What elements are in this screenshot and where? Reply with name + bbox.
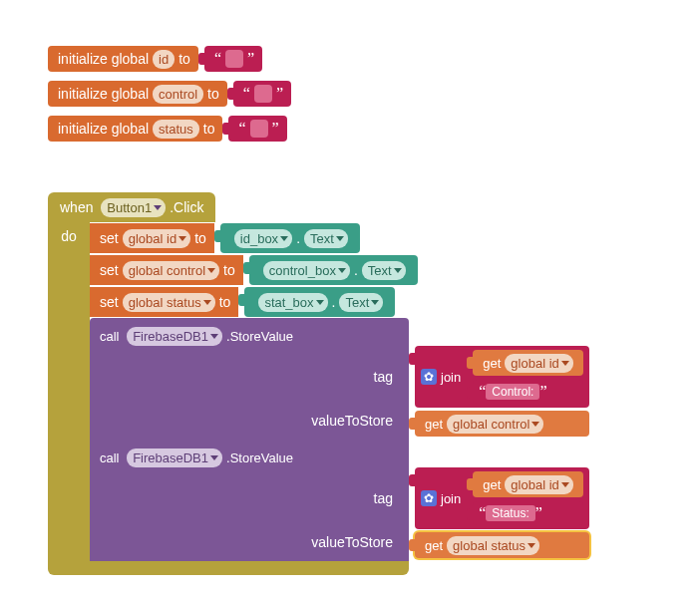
close-quote: ” — [247, 50, 254, 68]
join-block[interactable]: ✿ join get global id “ Control: ” — [415, 346, 589, 408]
component-property-block[interactable]: stat_box . Text — [244, 287, 395, 317]
when-inner: set global id to id_box . Text set globa… — [90, 222, 589, 561]
call-attachments: ✿ join get global id “ Control: ” — [409, 346, 589, 437]
property-dropdown[interactable]: Text — [339, 293, 383, 312]
open-quote: “ — [214, 50, 221, 68]
string-slot[interactable] — [225, 50, 243, 68]
string-literal-block[interactable]: “ ” — [228, 116, 286, 142]
join-keyword: join — [441, 370, 461, 385]
to-keyword: to — [203, 121, 215, 137]
do-keyword: do — [61, 228, 77, 244]
string-literal-block[interactable]: “ Status: ” — [473, 501, 583, 525]
component-dropdown[interactable]: FirebaseDB1 — [127, 327, 222, 346]
init-global-block[interactable]: initialize global id to “ ” — [48, 46, 291, 72]
call-attachments: ✿ join get global id “ Status: ” — [409, 467, 589, 558]
join-block[interactable]: ✿ join get global id “ Status: ” — [415, 467, 589, 529]
get-variable-block[interactable]: get global status — [415, 532, 589, 558]
string-slot[interactable] — [254, 85, 272, 103]
get-var-dropdown[interactable]: global id — [505, 475, 572, 494]
set-variable-row[interactable]: set global id to id_box . Text — [90, 222, 589, 254]
call-method-block[interactable]: call FirebaseDB1 .StoreValue tag valueTo… — [90, 318, 589, 440]
string-value[interactable]: Control: — [486, 384, 539, 400]
init-global-head: initialize global control to — [48, 81, 227, 107]
global-var-name[interactable]: status — [153, 120, 199, 139]
get-var-dropdown[interactable]: global id — [505, 354, 572, 373]
component-property-block[interactable]: control_box . Text — [249, 255, 418, 285]
join-keyword: join — [441, 491, 461, 506]
dot: . — [296, 230, 300, 246]
when-header: when Button1 .Click — [48, 192, 215, 222]
when-event-block[interactable]: when Button1 .Click do set global id to … — [48, 192, 589, 575]
gear-icon[interactable]: ✿ — [421, 490, 437, 506]
join-left: ✿ join — [421, 369, 467, 385]
string-slot[interactable] — [250, 120, 268, 138]
get-keyword: get — [483, 477, 501, 492]
get-var-dropdown[interactable]: global control — [447, 415, 543, 434]
to-keyword: to — [219, 294, 231, 310]
open-quote: “ — [238, 120, 245, 138]
property-dropdown[interactable]: Text — [304, 229, 348, 248]
call-keyword: call — [100, 329, 120, 344]
component-dropdown[interactable]: id_box — [234, 229, 292, 248]
call-slot-value: valueToStore — [100, 406, 401, 436]
get-variable-block[interactable]: get global control — [415, 411, 589, 437]
get-variable-block[interactable]: get global id — [473, 471, 583, 497]
slot-label-tag: tag — [374, 369, 393, 385]
get-variable-block[interactable]: get global id — [473, 350, 583, 376]
call-slot-value: valueToStore — [100, 527, 401, 557]
call-slot-tag: tag — [100, 348, 401, 406]
close-quote: ” — [272, 120, 279, 138]
component-dropdown[interactable]: control_box — [263, 261, 350, 280]
global-var-name[interactable]: control — [153, 85, 203, 104]
get-keyword: get — [425, 538, 443, 553]
get-keyword: get — [425, 417, 443, 432]
call-slot-tag: tag — [100, 469, 401, 527]
component-dropdown[interactable]: FirebaseDB1 — [127, 448, 222, 467]
gear-icon[interactable]: ✿ — [421, 369, 437, 385]
open-quote: “ — [479, 383, 486, 401]
close-quote: ” — [276, 85, 283, 103]
join-left: ✿ join — [421, 490, 467, 506]
string-literal-block[interactable]: “ ” — [204, 46, 262, 72]
slot-label-value: valueToStore — [311, 413, 393, 429]
slot-label-value: valueToStore — [311, 534, 393, 550]
set-variable-row[interactable]: set global control to control_box . Text — [90, 254, 589, 286]
call-block-body: call FirebaseDB1 .StoreValue tag valueTo… — [90, 318, 409, 440]
init-global-block[interactable]: initialize global control to “ ” — [48, 81, 291, 107]
join-slots: get global id “ Control: ” — [467, 350, 583, 404]
property-dropdown[interactable]: Text — [362, 261, 406, 280]
call-block-body: call FirebaseDB1 .StoreValue tag valueTo… — [90, 440, 409, 561]
set-var-dropdown[interactable]: global control — [123, 261, 219, 280]
when-footer — [48, 561, 409, 575]
component-property-block[interactable]: id_box . Text — [220, 223, 360, 253]
set-keyword: set — [100, 230, 119, 246]
init-global-head: initialize global status to — [48, 116, 222, 142]
init-global-block[interactable]: initialize global status to “ ” — [48, 116, 291, 142]
set-variable-row[interactable]: set global status to stat_box . Text — [90, 286, 589, 318]
join-slots: get global id “ Status: ” — [467, 471, 583, 525]
component-dropdown[interactable]: Button1 — [101, 198, 166, 217]
to-keyword: to — [223, 262, 235, 278]
string-literal-block[interactable]: “ ” — [233, 81, 291, 107]
close-quote: ” — [535, 504, 542, 522]
string-value[interactable]: Status: — [486, 505, 534, 521]
string-literal-block[interactable]: “ Control: ” — [473, 380, 583, 404]
get-var-dropdown[interactable]: global status — [447, 536, 539, 555]
set-head: set global status to — [90, 287, 238, 317]
when-body: do set global id to id_box . Text set — [48, 222, 589, 561]
set-var-dropdown[interactable]: global id — [123, 229, 190, 248]
to-keyword: to — [207, 86, 219, 102]
initialize-keyword: initialize global — [58, 121, 149, 137]
do-rail: do — [48, 222, 90, 561]
set-var-dropdown[interactable]: global status — [123, 293, 215, 312]
open-quote: “ — [479, 504, 486, 522]
global-var-name[interactable]: id — [153, 50, 175, 69]
to-keyword: to — [178, 51, 190, 67]
open-quote: “ — [243, 85, 250, 103]
call-method-block[interactable]: call FirebaseDB1 .StoreValue tag valueTo… — [90, 440, 589, 561]
component-dropdown[interactable]: stat_box — [258, 293, 327, 312]
close-quote: ” — [539, 383, 546, 401]
initialize-keyword: initialize global — [58, 51, 149, 67]
initialize-keyword: initialize global — [58, 86, 149, 102]
set-head: set global id to — [90, 223, 214, 253]
